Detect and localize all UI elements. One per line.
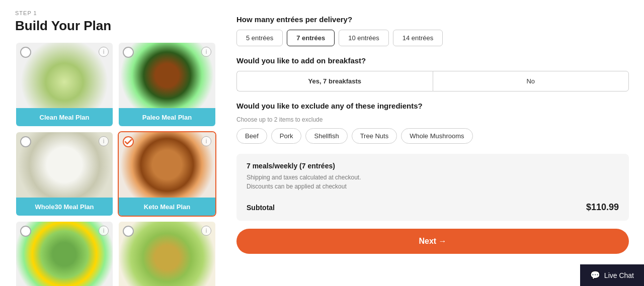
meal-label-paleo: Paleo Meal Plan xyxy=(119,108,215,126)
exclude-question: Would you like to exclude any of these i… xyxy=(236,102,629,110)
breakfast-option-1[interactable]: No xyxy=(433,71,629,91)
meal-card-img-paleo: i xyxy=(119,43,215,108)
entrees-option-10[interactable]: 10 entrées xyxy=(339,30,388,46)
live-chat-button[interactable]: 💬 Live Chat xyxy=(580,264,644,286)
breakfast-options: Yes, 7 breakfastsNo xyxy=(236,71,629,91)
meal-card-paleo[interactable]: iPaleo Meal Plan xyxy=(118,42,216,127)
breakfast-option-0[interactable]: Yes, 7 breakfasts xyxy=(236,71,433,91)
ingredient-tag-whole-mushrooms[interactable]: Whole Mushrooms xyxy=(401,128,472,144)
meal-radio-keto[interactable] xyxy=(123,136,134,147)
meal-card-img-vegetarian: i xyxy=(119,222,215,286)
meal-radio-paleo[interactable] xyxy=(123,47,134,58)
summary-note-1: Shipping and taxes calculated at checkou… xyxy=(247,173,619,182)
meal-card-vegetarian[interactable]: iHigh Protein Vegetarian Meal Plan xyxy=(118,221,216,286)
step-label: STEP 1 xyxy=(15,10,216,16)
ingredient-tags: BeefPorkShellfishTree NutsWhole Mushroom… xyxy=(236,128,629,144)
info-icon-vegan[interactable]: i xyxy=(99,226,109,236)
ingredient-tag-tree-nuts[interactable]: Tree Nuts xyxy=(352,128,397,144)
meal-radio-whole30[interactable] xyxy=(20,136,31,147)
entrees-option-7[interactable]: 7 entrées xyxy=(287,30,335,46)
meal-card-img-whole30: i xyxy=(16,132,113,198)
meal-radio-vegetarian[interactable] xyxy=(123,226,134,237)
entrees-options: 5 entrées7 entrées10 entrées14 entrées xyxy=(236,30,629,46)
summary-total: Subtotal $110.99 xyxy=(247,197,619,213)
ingredient-tag-beef[interactable]: Beef xyxy=(236,128,267,144)
meal-label-whole30: Whole30 Meal Plan xyxy=(16,198,113,216)
meal-label-clean: Clean Meal Plan xyxy=(16,108,113,126)
meal-card-whole30[interactable]: iWhole30 Meal Plan xyxy=(15,131,114,217)
meal-radio-clean[interactable] xyxy=(20,47,31,58)
summary-note-2: Discounts can be applied at checkout xyxy=(247,182,619,191)
meal-card-img-clean: i xyxy=(16,43,113,108)
live-chat-label: Live Chat xyxy=(604,271,634,279)
page-title: Build Your Plan xyxy=(15,18,216,34)
ingredient-tag-pork[interactable]: Pork xyxy=(271,128,302,144)
ingredient-tag-shellfish[interactable]: Shellfish xyxy=(305,128,347,144)
summary-title: 7 meals/weekly (7 entrées) xyxy=(247,162,619,170)
meal-card-clean[interactable]: iClean Meal Plan xyxy=(15,42,114,127)
exclude-subtitle: Choose up to 2 items to exclude xyxy=(236,116,629,123)
meal-radio-vegan[interactable] xyxy=(20,226,31,237)
meal-card-img-keto: i xyxy=(119,132,215,198)
meal-card-vegan[interactable]: iHigh Protein Vegan Meal Plan xyxy=(15,221,114,286)
info-icon-clean[interactable]: i xyxy=(99,47,109,57)
summary-box: 7 meals/weekly (7 entrées) Shipping and … xyxy=(236,154,629,221)
subtotal-price: $110.99 xyxy=(586,202,619,213)
meal-grid: iClean Meal PlaniPaleo Meal PlaniWhole30… xyxy=(15,42,216,286)
meal-label-keto: Keto Meal Plan xyxy=(119,198,215,216)
exclude-section: Would you like to exclude any of these i… xyxy=(236,102,629,144)
next-button[interactable]: Next → xyxy=(236,229,629,254)
entrees-question: How many entrées per delivery? xyxy=(236,15,629,24)
info-icon-whole30[interactable]: i xyxy=(99,136,109,146)
chat-icon: 💬 xyxy=(590,270,600,280)
entrees-option-14[interactable]: 14 entrées xyxy=(393,30,443,46)
info-icon-paleo[interactable]: i xyxy=(201,47,211,57)
breakfast-question: Would you like to add on breakfast? xyxy=(236,56,629,65)
meal-card-keto[interactable]: iKeto Meal Plan xyxy=(118,131,216,217)
left-panel: STEP 1 Build Your Plan iClean Meal Plani… xyxy=(15,10,216,286)
subtotal-label: Subtotal xyxy=(247,204,275,212)
right-panel: How many entrées per delivery? 5 entrées… xyxy=(236,10,629,286)
entrees-option-5[interactable]: 5 entrées xyxy=(236,30,283,46)
info-icon-keto[interactable]: i xyxy=(201,136,211,146)
meal-card-img-vegan: i xyxy=(16,222,113,286)
info-icon-vegetarian[interactable]: i xyxy=(201,226,211,236)
